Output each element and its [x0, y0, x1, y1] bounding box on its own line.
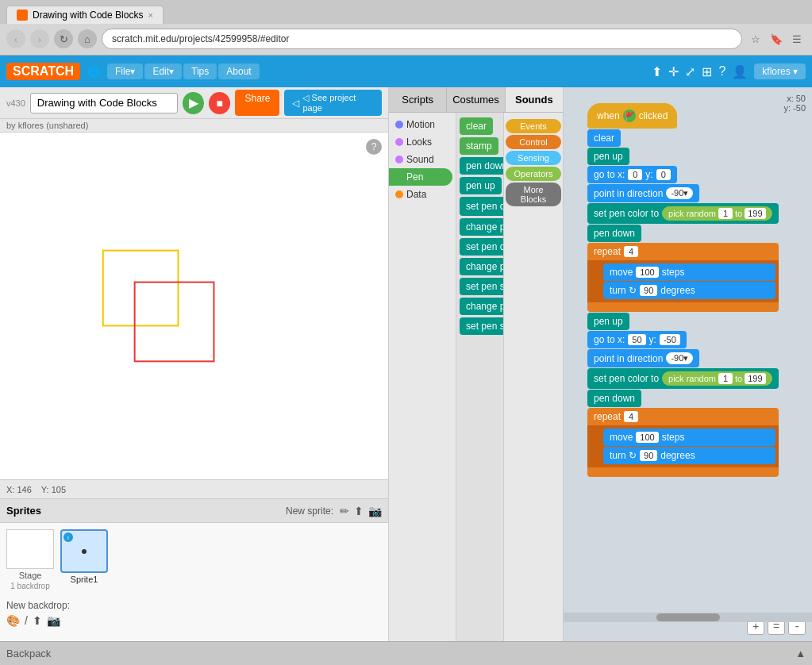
- browser-tab[interactable]: Drawing with Code Blocks ×: [6, 6, 164, 24]
- address-bar[interactable]: scratch.mit.edu/projects/42599958/#edito…: [102, 29, 742, 49]
- sb-pen-up1[interactable]: pen up: [587, 148, 629, 165]
- stop-btn[interactable]: ■: [209, 92, 230, 114]
- goto1-y[interactable]: 0: [656, 169, 671, 180]
- sb-direction1[interactable]: point in direction -90▾: [587, 184, 699, 202]
- block-clear[interactable]: clear: [460, 117, 493, 135]
- cat-sound[interactable]: Sound: [389, 151, 456, 168]
- turn1-val[interactable]: 90: [640, 285, 657, 296]
- block-pen-down[interactable]: pen down: [460, 157, 503, 175]
- random1-to[interactable]: 199: [745, 208, 765, 219]
- forward-btn[interactable]: ›: [30, 29, 49, 48]
- see-project-btn[interactable]: ◁◁ See project page: [284, 90, 382, 116]
- scripts-scrollbar[interactable]: [564, 613, 812, 622]
- bookmark-star-icon[interactable]: ☆: [747, 30, 764, 48]
- cat-pen[interactable]: Pen: [389, 168, 452, 186]
- home-btn[interactable]: ⌂: [78, 29, 97, 48]
- backdrop-paint-icon[interactable]: 🎨: [6, 614, 20, 627]
- cat-control[interactable]: Control: [506, 135, 561, 149]
- block-change-pen-size[interactable]: change pen size by 1: [460, 298, 503, 315]
- tab-costumes[interactable]: Costumes: [447, 87, 505, 112]
- sb-move2[interactable]: move 100 steps: [603, 429, 775, 446]
- block-pen-up[interactable]: pen up: [460, 177, 502, 194]
- goto2-y[interactable]: -50: [660, 334, 680, 345]
- pick-random2[interactable]: pick random 1 to 199: [662, 371, 772, 386]
- tab-sounds[interactable]: Sounds: [506, 87, 563, 112]
- back-btn[interactable]: ‹: [6, 29, 25, 48]
- backpack-bar[interactable]: Backpack ▲: [0, 641, 812, 665]
- cat-sensing[interactable]: Sensing: [506, 151, 561, 165]
- direction2-val[interactable]: -90▾: [666, 352, 693, 364]
- globe-icon[interactable]: 🌐: [85, 63, 102, 80]
- tab-close-btn[interactable]: ×: [148, 10, 152, 20]
- cat-motion[interactable]: Motion: [389, 116, 456, 133]
- block-stamp[interactable]: stamp: [460, 137, 498, 155]
- sb-pen-down1[interactable]: pen down: [587, 225, 641, 242]
- fullscreen-icon[interactable]: ⤢: [685, 64, 695, 79]
- repeat1-val[interactable]: 4: [624, 246, 638, 257]
- backdrop-slash-icon[interactable]: /: [25, 614, 28, 627]
- move1-val[interactable]: 100: [636, 267, 658, 278]
- nav-file[interactable]: File▾: [107, 63, 143, 79]
- goto2-x[interactable]: 50: [628, 334, 645, 345]
- scripts-scrollbar-thumb[interactable]: [656, 613, 720, 621]
- reload-btn[interactable]: ↻: [54, 29, 73, 48]
- sb-set-pen-color2[interactable]: set pen color to pick random 1 to 199: [587, 368, 779, 389]
- nav-about[interactable]: About: [218, 63, 259, 79]
- direction1-val[interactable]: -90▾: [666, 187, 693, 199]
- new-sprite-camera-icon[interactable]: 📷: [368, 505, 382, 517]
- share-btn[interactable]: Share: [235, 90, 279, 116]
- block-change-pen-color[interactable]: change pen color by 10: [460, 218, 503, 236]
- goto1-x[interactable]: 0: [628, 169, 642, 180]
- upload-icon[interactable]: ⬆: [652, 64, 662, 79]
- new-sprite-stamp-icon[interactable]: ⬆: [354, 505, 364, 517]
- block-set-pen-shade[interactable]: set pen shade to 50: [460, 278, 503, 295]
- stage-help-btn[interactable]: ?: [366, 139, 382, 155]
- user-icon[interactable]: 👤: [732, 64, 748, 79]
- sb-goto2[interactable]: go to x: 50 y: -50: [587, 331, 687, 348]
- random1-from[interactable]: 1: [718, 208, 733, 219]
- bookmark-icon[interactable]: 🔖: [768, 30, 785, 48]
- block-change-pen-shade[interactable]: change pen shade by 10: [460, 258, 503, 275]
- user-label[interactable]: kflores ▾: [754, 63, 806, 79]
- scratch-logo[interactable]: SCRATCH: [6, 63, 80, 80]
- sprite1-item[interactable]: i Sprite1: [60, 529, 108, 590]
- sb-direction2[interactable]: point in direction -90▾: [587, 349, 699, 367]
- cat-events[interactable]: Events: [506, 119, 561, 133]
- block-set-pen-color[interactable]: set pen color to: [460, 197, 503, 216]
- menu-icon[interactable]: ☰: [788, 30, 806, 48]
- cat-looks[interactable]: Looks: [389, 133, 456, 151]
- random2-to[interactable]: 199: [745, 373, 765, 384]
- pick-random1[interactable]: pick random 1 to 199: [662, 206, 772, 221]
- cat-operators[interactable]: Operators: [506, 167, 561, 181]
- project-name-input[interactable]: [30, 93, 178, 113]
- sprite-info-icon[interactable]: i: [63, 532, 73, 542]
- sb-repeat1-header[interactable]: repeat 4: [587, 243, 779, 260]
- move2-val[interactable]: 100: [636, 432, 658, 443]
- cat-data[interactable]: Data: [389, 186, 456, 203]
- nav-edit[interactable]: Edit▾: [144, 63, 182, 79]
- grid-icon[interactable]: ⊞: [702, 64, 712, 79]
- scripts-canvas[interactable]: x: 50 y: -50 when 🚩 clicked clear: [564, 87, 812, 641]
- random2-from[interactable]: 1: [718, 373, 733, 384]
- backdrop-upload-icon[interactable]: ⬆: [33, 614, 42, 627]
- sb-pen-down2[interactable]: pen down: [587, 390, 641, 407]
- sb-clear[interactable]: clear: [587, 129, 621, 147]
- cat-more-blocks[interactable]: More Blocks: [506, 183, 561, 206]
- block-set-pen-color2[interactable]: set pen color to 0: [460, 238, 503, 256]
- new-sprite-paint-icon[interactable]: ✏: [340, 505, 349, 517]
- turn2-val[interactable]: 90: [640, 450, 657, 461]
- sb-turn2[interactable]: turn ↻ 90 degrees: [603, 447, 775, 464]
- sb-pen-up2[interactable]: pen up: [587, 313, 629, 330]
- sb-set-pen-color1[interactable]: set pen color to pick random 1 to 199: [587, 203, 779, 224]
- sb-repeat2-header[interactable]: repeat 4: [587, 408, 779, 425]
- help-circle-icon[interactable]: ?: [718, 64, 725, 79]
- sb-move1[interactable]: move 100 steps: [603, 263, 775, 281]
- block-set-pen-size[interactable]: set pen size to 1: [460, 317, 503, 335]
- backdrop-camera-icon[interactable]: 📷: [47, 614, 60, 627]
- sb-goto1[interactable]: go to x: 0 y: 0: [587, 166, 677, 183]
- tab-scripts[interactable]: Scripts: [389, 87, 447, 112]
- green-flag-btn[interactable]: ▶: [183, 92, 204, 114]
- sb-turn1[interactable]: turn ↻ 90 degrees: [603, 282, 775, 299]
- crosshair-icon[interactable]: ✛: [668, 64, 679, 79]
- backpack-arrow-icon[interactable]: ▲: [795, 648, 806, 659]
